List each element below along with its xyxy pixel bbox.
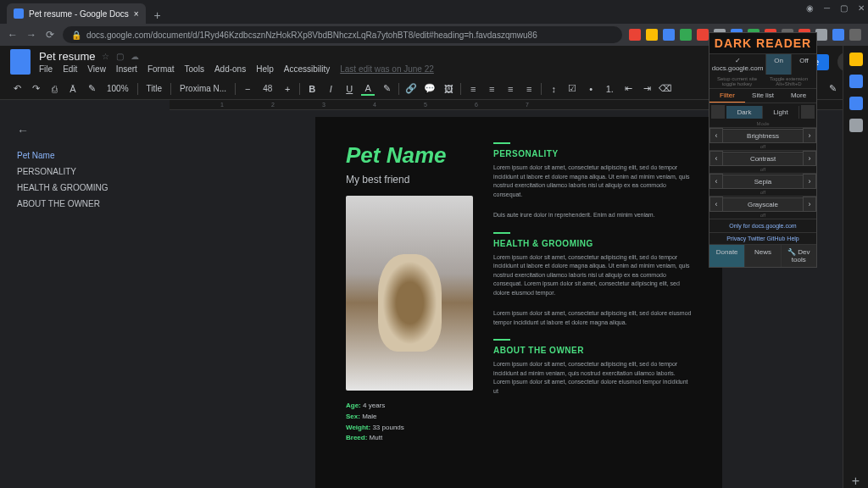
ext-icon[interactable] [680, 29, 692, 41]
dr-tab-more[interactable]: More [781, 89, 816, 103]
dr-slider-contrast[interactable]: Contrast [723, 152, 803, 166]
menu-accessibility[interactable]: Accessibility [284, 64, 330, 74]
paint-icon[interactable]: ✎ [85, 82, 98, 96]
menu-insert[interactable]: Insert [116, 64, 137, 74]
contacts-icon[interactable] [849, 119, 863, 132]
bullet-list-icon[interactable]: • [584, 82, 598, 96]
tasks-icon[interactable] [849, 97, 863, 110]
comment-icon[interactable]: 💬 [423, 82, 437, 96]
dr-dark-button[interactable]: Dark [726, 106, 763, 119]
italic-icon[interactable]: I [324, 82, 337, 96]
dr-slider-left[interactable]: ‹ [709, 197, 723, 212]
add-icon[interactable]: + [849, 474, 863, 488]
text-color-icon[interactable]: A [361, 82, 375, 96]
align-left-icon[interactable]: ≡ [466, 82, 480, 96]
dr-news-button[interactable]: News [745, 245, 781, 267]
ext-icon[interactable] [697, 29, 709, 41]
menu-format[interactable]: Format [147, 64, 175, 74]
forward-icon[interactable]: → [25, 29, 37, 41]
indent-icon[interactable]: ⇥ [640, 82, 654, 96]
reload-icon[interactable]: ⟳ [44, 29, 56, 41]
dr-slider-left[interactable]: ‹ [709, 174, 723, 189]
align-right-icon[interactable]: ≡ [504, 82, 517, 96]
dr-links[interactable]: Privacy Twitter GitHub Help [709, 232, 816, 244]
menu-file[interactable]: File [39, 64, 53, 74]
dr-light-button[interactable]: Light [763, 106, 799, 119]
ext-icon[interactable] [629, 29, 641, 41]
account-icon[interactable]: ◉ [806, 3, 814, 13]
new-tab-button[interactable]: + [149, 7, 166, 24]
dr-slider-brightness[interactable]: Brightness [723, 129, 803, 143]
docs-logo-icon[interactable] [10, 49, 31, 75]
spellcheck-icon[interactable]: Ā [66, 82, 80, 96]
dr-slider-left[interactable]: ‹ [709, 151, 723, 166]
ext-icon[interactable] [646, 29, 658, 41]
last-edit[interactable]: Last edit was on June 22 [340, 64, 434, 74]
outline-back-icon[interactable]: ← [17, 124, 153, 137]
ext-icon[interactable] [849, 29, 861, 41]
ext-icon[interactable] [663, 29, 675, 41]
star-icon[interactable]: ☆ [102, 52, 109, 61]
dr-tab-sitelist[interactable]: Site list [745, 89, 781, 103]
close-window-icon[interactable]: ✕ [858, 3, 865, 13]
calendar-icon[interactable] [849, 53, 863, 66]
dr-slider-left[interactable]: ‹ [709, 128, 723, 143]
font-select[interactable]: Proxima N... [176, 82, 230, 95]
print-icon[interactable]: ⎙ [47, 82, 61, 96]
outline-item[interactable]: PERSONALITY [17, 164, 153, 180]
maximize-icon[interactable]: ▢ [840, 3, 848, 13]
dr-slider-sepia[interactable]: Sepia [723, 175, 803, 189]
minimize-icon[interactable]: ─ [824, 3, 830, 13]
ext-icon[interactable] [832, 29, 844, 41]
dr-slider-right[interactable]: › [803, 151, 816, 166]
dr-tab-filter[interactable]: Filter [709, 89, 745, 103]
menu-view[interactable]: View [87, 64, 106, 74]
menu-help[interactable]: Help [256, 64, 274, 74]
dr-only-for[interactable]: Only for docs.google.com [709, 219, 816, 232]
dr-slider-right[interactable]: › [803, 197, 816, 212]
menu-edit[interactable]: Edit [63, 64, 77, 74]
keep-icon[interactable] [849, 75, 863, 88]
outline-item[interactable]: ABOUT THE OWNER [17, 196, 153, 212]
bold-icon[interactable]: B [305, 82, 319, 96]
close-tab-icon[interactable]: × [134, 9, 139, 19]
dr-slider-right[interactable]: › [803, 128, 816, 143]
back-icon[interactable]: ← [7, 29, 19, 41]
dr-site-toggle[interactable]: ✓ docs.google.com [709, 54, 766, 75]
move-icon[interactable]: ▢ [116, 52, 124, 61]
dr-mode-icon[interactable] [801, 105, 815, 119]
image-icon[interactable]: 🖼 [442, 82, 455, 96]
font-size[interactable]: 48 [259, 82, 275, 95]
line-spacing-icon[interactable]: ↕ [547, 82, 560, 96]
url-bar[interactable]: 🔒 docs.google.com/document/d/1Ryd46Kzdbc… [63, 26, 622, 43]
clear-format-icon[interactable]: ⌫ [659, 82, 672, 96]
zoom-select[interactable]: 100% [103, 82, 132, 95]
editing-mode-icon[interactable]: ✎ [826, 82, 839, 96]
doc-title[interactable]: Pet resume [39, 50, 95, 63]
style-select[interactable]: Title [143, 82, 166, 95]
size-minus[interactable]: − [241, 82, 254, 96]
align-center-icon[interactable]: ≡ [485, 82, 498, 96]
outdent-icon[interactable]: ⇤ [621, 82, 635, 96]
redo-icon[interactable]: ↷ [29, 82, 42, 96]
undo-icon[interactable]: ↶ [10, 82, 24, 96]
dr-devtools-button[interactable]: 🔧 Dev tools [782, 245, 816, 267]
dr-off-button[interactable]: Off [792, 54, 816, 75]
dr-on-button[interactable]: On [766, 54, 792, 75]
browser-tab[interactable]: Pet resume - Google Docs × [7, 3, 146, 24]
dr-slider-grayscale[interactable]: Grayscale [723, 197, 803, 212]
dr-slider-right[interactable]: › [803, 174, 816, 189]
ext-icon[interactable] [815, 29, 827, 41]
cloud-icon[interactable]: ☁ [131, 52, 139, 61]
outline-item[interactable]: HEALTH & GROOMING [17, 180, 153, 196]
dr-mode-icon[interactable] [711, 105, 725, 119]
menu-tools[interactable]: Tools [185, 64, 204, 74]
link-icon[interactable]: 🔗 [404, 82, 418, 96]
highlight-icon[interactable]: ✎ [380, 82, 393, 96]
menu-addons[interactable]: Add-ons [214, 64, 246, 74]
outline-item[interactable]: Pet Name [17, 147, 153, 164]
number-list-icon[interactable]: 1. [603, 82, 616, 96]
dr-donate-button[interactable]: Donate [709, 245, 745, 267]
underline-icon[interactable]: U [342, 82, 356, 96]
align-justify-icon[interactable]: ≡ [522, 82, 536, 96]
